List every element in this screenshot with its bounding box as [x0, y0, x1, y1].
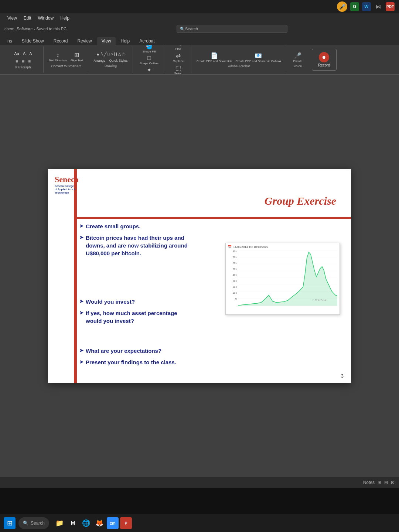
svg-text:□ CoinDesk: □ CoinDesk [313, 299, 327, 302]
shape-fill-btn[interactable]: 🪣 Shape Fill [141, 45, 157, 54]
normal-view-icon[interactable]: ⊞ [378, 480, 381, 485]
screen: 🎤 G W ⋈ PDF View Edit Window Help chem_S… [0, 0, 399, 488]
taskbar-ppt-icon[interactable]: P [120, 517, 132, 529]
taskbar-files-icon[interactable]: 📁 [54, 517, 65, 529]
editing-group: 🔍 Find ⇄ Replace ⬚ Select Editing [166, 47, 191, 73]
start-button[interactable]: ⊞ [4, 517, 16, 529]
record-circle-icon: ⏺ [319, 52, 329, 62]
bitcoin-chart-popup[interactable]: 📅 11/03/2014 TO 10/16/2022 80k 70k 60k 5… [225, 243, 340, 315]
taskbar-zoom-icon[interactable]: zm [107, 517, 119, 529]
bullet-text-4: If yes, how much asset percentage would … [86, 309, 189, 325]
align-text-btn[interactable]: ⊞ Align Text [69, 51, 85, 63]
y-label-30k: 30k [233, 280, 237, 282]
bullet-arrow-6: ➤ [79, 359, 83, 365]
y-label-70k: 70k [233, 256, 237, 259]
notes-label[interactable]: Notes [363, 480, 375, 485]
y-label-0: 0 [235, 297, 237, 300]
adobe-group: 📄 Create PDF and Share link 📧 Create PDF… [193, 47, 285, 73]
y-label-60k: 60k [233, 262, 237, 265]
search-icon: 🔍 [180, 27, 185, 31]
tab-slideshow[interactable]: Slide Show [17, 37, 48, 45]
chart-area: 80k 70k 60k 50k 40k 30k 20k 10k 0 [228, 250, 337, 307]
bullet-arrow-5: ➤ [79, 348, 83, 353]
bullet-1: ➤ Create small groups. [79, 222, 336, 230]
create-pdf-btn[interactable]: 📄 Create PDF and Share link [195, 51, 233, 64]
tab-view[interactable]: View [97, 37, 116, 45]
seneca-name: Seneca [55, 175, 77, 184]
voice-group: 🎤 Dictate Voice [287, 47, 309, 73]
convert-smartart-btn[interactable]: Convert to SmartArt [50, 64, 82, 69]
y-label-50k: 50k [233, 268, 237, 270]
pdf-icon[interactable]: PDF [386, 2, 395, 11]
ppt-content: Seneca Seneca College of Applied Arts & … [0, 75, 399, 477]
taskbar-edge-icon[interactable]: 🌐 [80, 517, 92, 529]
shapes-group: ▲ ╲ ╱ □ ○ { } △ ☆ Arrange Quick Styles D… [89, 47, 133, 73]
taskbar-search[interactable]: 🔍 Search [18, 517, 49, 529]
word-icon[interactable]: W [362, 2, 371, 11]
menu-edit[interactable]: Edit [21, 15, 34, 21]
ppt-title-bar: chem_Software - Saved to this PC 🔍 Searc… [0, 23, 399, 35]
bullet-arrow-4: ➤ [79, 310, 83, 316]
tab-review[interactable]: Review [73, 37, 96, 45]
slide[interactable]: Seneca Seneca College of Applied Arts & … [48, 169, 351, 383]
bullet-text-6: Present your findings to the class. [86, 358, 336, 366]
text-direction-btn[interactable]: ↕ Text Direction [47, 51, 68, 63]
slide-sorter-icon[interactable]: ⊟ [384, 480, 388, 485]
menu-view[interactable]: View [4, 15, 20, 21]
dictate-btn[interactable]: 🎤 Dictate [292, 51, 304, 64]
align-btns: ≡ ≡ ≡ [14, 58, 32, 65]
slide-title: Group Exercise [265, 195, 336, 207]
bullet-6: ➤ Present your findings to the class. [79, 358, 336, 366]
svg-marker-9 [238, 252, 337, 306]
shape-tools-group: 🪣 Shape Fill □ Shape Outline ✦ Shape Eff… [134, 47, 164, 73]
replace-btn[interactable]: ⇄ Replace [171, 51, 185, 64]
taskbar-search-icon: 🔍 [23, 521, 28, 526]
arrange-btn[interactable]: Arrange [92, 58, 107, 63]
shape-outline-btn[interactable]: □ Shape Outline [138, 54, 160, 66]
seneca-sub: Seneca College of Applied Arts & Technol… [55, 184, 77, 194]
paragraph-label: Paragraph [15, 65, 31, 69]
reading-view-icon[interactable]: ⊠ [391, 480, 395, 485]
google-icon[interactable]: G [350, 2, 359, 11]
ppt-menu-bar: View Edit Window Help [0, 13, 399, 23]
taskbar-app2-icon[interactable]: 🖥 [67, 517, 79, 529]
adobe-label: Adobe Acrobat [228, 64, 250, 68]
mic-button[interactable]: 🎤 [337, 1, 347, 12]
bullet-arrow-2: ➤ [79, 235, 83, 240]
select-btn[interactable]: ⬚ Select [173, 64, 184, 75]
drawing-label: Drawing [105, 64, 117, 68]
tab-ns[interactable]: ns [3, 37, 17, 45]
bullet-arrow-3: ➤ [79, 299, 83, 304]
bullet-5: ➤ What are your expectations? [79, 347, 336, 355]
status-bar: Notes ⊞ ⊟ ⊠ [0, 477, 399, 488]
tab-record[interactable]: Record [49, 37, 72, 45]
record-button[interactable]: ⏺ Record [315, 51, 333, 69]
taskbar-firefox-icon[interactable]: 🦊 [93, 517, 105, 529]
tab-acrobat[interactable]: Acrobat [135, 37, 159, 45]
align-center[interactable]: ≡ [20, 58, 26, 65]
seneca-logo: Seneca Seneca College of Applied Arts & … [55, 175, 77, 194]
taskbar-icons: 📁 🖥 🌐 🦊 zm P [54, 517, 132, 529]
ppt-search[interactable]: 🔍 Search [177, 25, 287, 33]
create-pdf2-btn[interactable]: 📧 Create PDF and Share via Outlook [234, 51, 283, 64]
slide-red-horizontal-line [74, 217, 351, 219]
menu-help[interactable]: Help [57, 15, 72, 21]
font-btns: Aa A A [13, 51, 33, 57]
chart-calendar-icon: 📅 [228, 245, 232, 249]
find-btn[interactable]: 🔍 Find [173, 45, 184, 51]
align-right[interactable]: ≡ [27, 58, 32, 65]
font-group: Aa A A ≡ ≡ ≡ Paragraph [3, 47, 44, 73]
share-icon[interactable]: ⋈ [374, 2, 383, 11]
text-color[interactable]: A [21, 51, 27, 57]
chart-date-range: 11/03/2014 TO 10/16/2022 [233, 245, 268, 249]
slide-page-number: 3 [341, 373, 344, 379]
tab-help[interactable]: Help [116, 37, 134, 45]
text-direction-group: ↕ Text Direction ⊞ Align Text Convert to… [45, 47, 87, 73]
menu-window[interactable]: Window [35, 15, 57, 21]
shape-effects-btn[interactable]: ✦ Shape Effects [139, 66, 160, 75]
text-size[interactable]: A [28, 51, 33, 57]
y-label-20k: 20k [233, 286, 237, 288]
font-select[interactable]: Aa [13, 51, 20, 57]
quick-styles-btn[interactable]: Quick Styles [108, 58, 129, 63]
align-left[interactable]: ≡ [14, 58, 20, 65]
